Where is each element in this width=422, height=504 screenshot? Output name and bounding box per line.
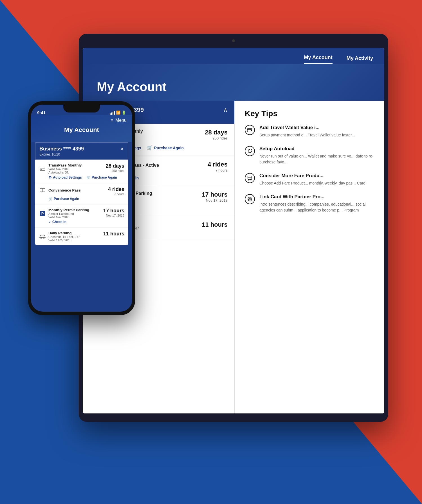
phone-permit-parking-info: Monthly Permit Parking Ambler Eastbound … [48,208,89,219]
phone-daily-parking-info: Daily Parking Chestnut Hill East, 247 Va… [48,231,80,242]
phone-card-title: Business **** 4399 [39,146,84,152]
tablet-hero: My Account [83,64,384,101]
phone-checkin-btn[interactable]: ✓ Check In [39,219,124,224]
tip-autoload-title: Setup Autoload [259,146,374,152]
svg-rect-20 [41,169,42,170]
phone-daily-parking-values: 11 hours [103,231,124,237]
phone-card-items: TransPass Monthly Valid Nov 2018 Autoloa… [35,160,128,245]
signal-bar-1 [110,113,111,115]
chevron-up-icon[interactable]: ∧ [223,106,228,113]
tip-link: Link Card With Partner Pro... Intro sent… [245,194,374,213]
phone-menu-row: ≡ Menu [37,118,127,123]
tab-my-activity[interactable]: My Activity [347,55,373,64]
phone-item-row: TransPass Monthly Valid Nov 2018 Autoloa… [39,163,124,174]
tablet-camera [232,39,235,42]
tip-fare-desc: Choose Add Fare Product... monthly, week… [259,180,367,186]
svg-point-15 [251,179,252,180]
phone-header: ≡ Menu My Account [31,115,132,142]
phone-car-icon [39,233,46,240]
phone-item-icon-name: Daily Parking Chestnut Hill East, 247 Va… [39,231,80,242]
tablet-nav: My Account My Activity [83,48,384,64]
svg-point-14 [248,179,249,180]
tablet-right-panel: Key Tips Add Travel Wallet Value i... Se… [235,101,384,413]
tip-link-title: Link Card With Partner Pro... [259,194,374,200]
svg-point-26 [41,237,42,238]
tip-autoload-content: Setup Autoload Never run out of value on… [259,146,374,165]
tablet-page-title: My Account [97,80,167,94]
tip-link-content: Link Card With Partner Pro... Intro sent… [259,194,374,213]
phone-parking-icon: P [39,210,46,217]
phone-menu-label[interactable]: Menu [115,118,127,123]
svg-rect-11 [251,130,252,131]
convenience-values: 4 rides 7 hours [208,161,228,172]
phone-convenience-values: 4 rides 7 hours [108,186,124,196]
signal-bar-2 [111,112,112,115]
transpass-values: 28 days 250 rides [205,129,228,140]
tip-fare: Consider More Fare Produ... Choose Add F… [245,173,374,186]
phone-item-row: Convenience Pass 4 rides 7 hours [39,186,124,196]
phone-purchase-btn-convenience[interactable]: 🛒 Purchase Again [48,197,79,201]
purchase-again-btn-transpass[interactable]: 🛒 Purchase Again [147,145,184,150]
phone-item-row: P Monthly Permit Parking Ambler Eastboun… [39,208,124,219]
signal-bar-4 [114,111,115,115]
tip-fare-content: Consider More Fare Produ... Choose Add F… [259,173,367,186]
phone-item-icon-name: Convenience Pass [39,186,81,194]
tip-wallet: Add Travel Wallet Value i... Setup payme… [245,125,374,138]
phone-convenience-icon [39,186,46,194]
phone-status-indicators: 📶 🔋 [110,111,126,115]
phone-item-permit-parking: P Monthly Permit Parking Ambler Eastboun… [35,204,128,228]
phone-convenience-info: Convenience Pass [48,188,81,192]
phone-permit-parking-values: 17 hours Nov 17, 2018 [103,208,124,217]
phone: 9:41 📶 🔋 ≡ Menu My Account [28,101,135,315]
phone-item-transpass: TransPass Monthly Valid Nov 2018 Autoloa… [35,160,128,183]
cart-icon: 🛒 [147,145,152,150]
phone-convenience-actions: 🛒 Purchase Again [39,196,124,201]
phone-check-icon: ✓ [48,220,51,224]
key-tips-title: Key Tips [245,109,374,118]
phone-card-info: Business **** 4399 Expires 10/20 [39,146,84,156]
link-icon [245,194,255,204]
phone-screen: 9:41 📶 🔋 ≡ Menu My Account [31,105,132,312]
phone-item-convenience: Convenience Pass 4 rides 7 hours 🛒 Purch… [35,183,128,204]
phone-cart-icon: 🛒 [86,176,91,179]
phone-purchase-btn-transpass[interactable]: 🛒 Purchase Again [86,175,117,179]
tip-wallet-content: Add Travel Wallet Value i... Setup payme… [259,125,355,138]
tip-autoload: Setup Autoload Never run out of value on… [245,146,374,165]
phone-transpass-info: TransPass Monthly Valid Nov 2018 Autoloa… [48,163,82,174]
parking-values: 17 hours Nov 17, 2018 [202,191,228,202]
svg-point-27 [43,237,44,238]
phone-autoload-btn[interactable]: ⚙ Autoload Settings [48,175,82,179]
wallet-icon [245,125,255,135]
phone-card-header: Business **** 4399 Expires 10/20 ∧ [35,142,128,160]
phone-notch [63,105,100,112]
tip-wallet-desc: Setup payment method o... Travel Wallet … [259,132,355,138]
phone-item-row: Daily Parking Chestnut Hill East, 247 Va… [39,231,124,242]
phone-transpass-actions: ⚙ Autoload Settings 🛒 Purchase Again [39,174,124,179]
signal-bars [110,111,115,115]
svg-text:P: P [41,212,44,216]
battery-icon: 🔋 [122,111,126,115]
phone-item-daily-parking: Daily Parking Chestnut Hill East, 247 Va… [35,228,128,245]
phone-cart-icon-2: 🛒 [48,197,53,201]
wifi-icon: 📶 [116,111,120,115]
phone-card-expires: Expires 10/20 [39,152,84,156]
phone-time: 9:41 [37,110,46,115]
tip-wallet-title: Add Travel Wallet Value i... [259,125,355,130]
tip-link-desc: Intro sentences describing... companies,… [259,201,374,213]
phone-item-icon-name: TransPass Monthly Valid Nov 2018 Autoloa… [39,163,82,174]
tab-my-account[interactable]: My Account [304,55,332,64]
phone-transpass-values: 28 days 250 rides [106,163,124,172]
phone-chevron-up-icon[interactable]: ∧ [120,146,124,151]
phone-transpass-icon [39,165,46,172]
phone-page-title: My Account [37,125,127,136]
refresh-icon [245,146,255,156]
daily-parking-values: 11 hours [202,221,228,228]
tip-autoload-desc: Never run out of value on... Wallet and … [259,153,374,165]
bus-icon [245,173,255,183]
tip-fare-title: Consider More Fare Produ... [259,173,367,179]
hamburger-icon[interactable]: ≡ [111,118,113,123]
signal-bar-3 [113,112,113,115]
phone-item-icon-name: P Monthly Permit Parking Ambler Eastboun… [39,208,89,219]
phone-gear-icon: ⚙ [48,175,52,179]
